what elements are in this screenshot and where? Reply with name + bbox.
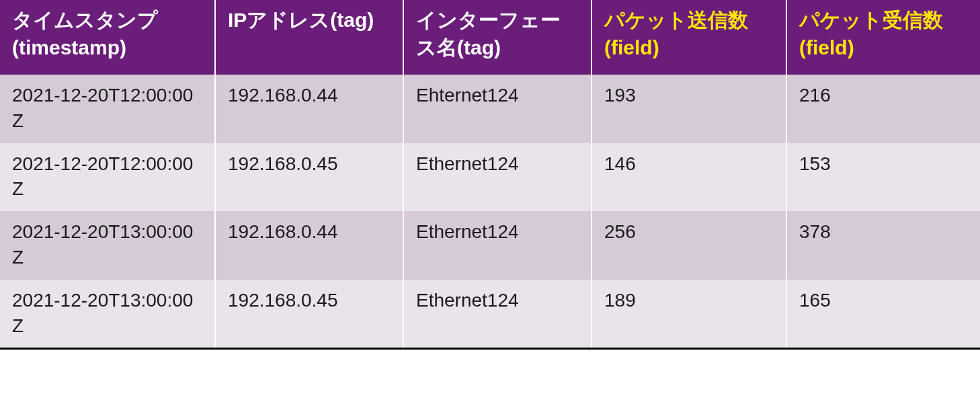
cell-timestamp: 2021-12-20T12:00:00Z [0, 143, 215, 212]
table-row: 2021-12-20T12:00:00Z 192.168.0.44 Ehtern… [0, 75, 980, 143]
col-header-ip: IPアドレス(tag) [215, 0, 403, 75]
table-row: 2021-12-20T13:00:00Z 192.168.0.44 Ethern… [0, 211, 980, 280]
cell-interface: Ehternet124 [403, 75, 591, 143]
cell-interface: Ethernet124 [403, 211, 591, 280]
col-header-recv: パケット受信数(field) [786, 0, 980, 75]
col-header-sent: パケット送信数(field) [591, 0, 786, 75]
cell-recv: 153 [786, 143, 980, 212]
cell-timestamp: 2021-12-20T13:00:00Z [0, 280, 215, 349]
cell-recv: 378 [786, 211, 980, 280]
cell-recv: 216 [786, 75, 980, 143]
table-row: 2021-12-20T13:00:00Z 192.168.0.45 Ethern… [0, 280, 980, 349]
cell-timestamp: 2021-12-20T13:00:00Z [0, 211, 215, 280]
data-table: タイムスタンプ(timestamp) IPアドレス(tag) インターフェース名… [0, 0, 980, 350]
cell-recv: 165 [786, 280, 980, 349]
table-body: 2021-12-20T12:00:00Z 192.168.0.44 Ehtern… [0, 75, 980, 349]
cell-ip: 192.168.0.45 [215, 143, 403, 212]
col-header-interface: インターフェース名(tag) [403, 0, 591, 75]
col-header-timestamp: タイムスタンプ(timestamp) [0, 0, 215, 75]
cell-ip: 192.168.0.45 [215, 280, 403, 349]
table-row: 2021-12-20T12:00:00Z 192.168.0.45 Ethern… [0, 143, 980, 212]
cell-sent: 256 [591, 211, 786, 280]
cell-sent: 146 [591, 143, 786, 212]
cell-sent: 193 [591, 75, 786, 143]
cell-interface: Ethernet124 [403, 280, 591, 349]
cell-sent: 189 [591, 280, 786, 349]
cell-timestamp: 2021-12-20T12:00:00Z [0, 75, 215, 143]
cell-interface: Ethernet124 [403, 143, 591, 212]
cell-ip: 192.168.0.44 [215, 211, 403, 280]
table-header: タイムスタンプ(timestamp) IPアドレス(tag) インターフェース名… [0, 0, 980, 75]
cell-ip: 192.168.0.44 [215, 75, 403, 143]
